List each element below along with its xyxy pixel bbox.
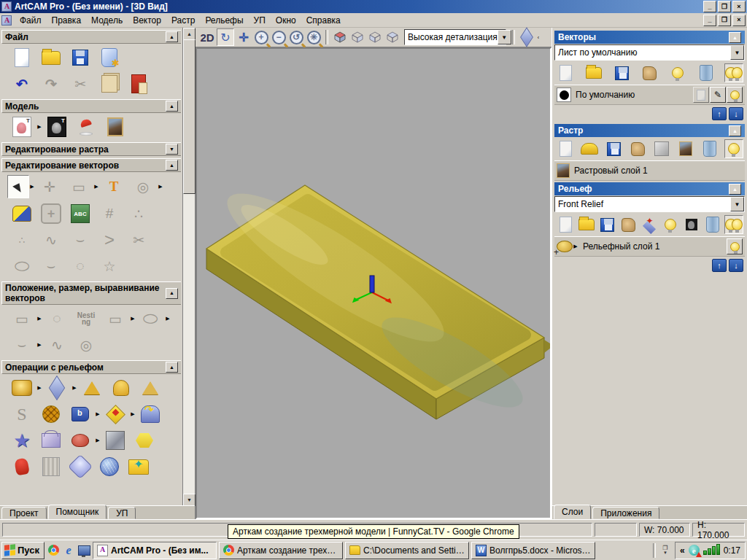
- spin-vectors-tool[interactable]: ◎: [75, 334, 97, 356]
- child-minimize-button[interactable]: _: [703, 15, 716, 26]
- task-artcam[interactable]: ArtCAM Pro - (Без им...: [93, 542, 217, 559]
- create-rectangle-tool[interactable]: ▭: [68, 176, 90, 198]
- collapse-icon[interactable]: ▲: [729, 32, 741, 43]
- texture-relief-tool[interactable]: ★: [11, 429, 33, 451]
- greyscale-preview-button[interactable]: [11, 116, 33, 138]
- new-model-button[interactable]: [11, 47, 33, 69]
- assistant-scrollbar[interactable]: ▲ ▼: [182, 28, 195, 506]
- weave-wizard-tool[interactable]: [40, 403, 62, 425]
- flyout-arrow-icon[interactable]: ▶: [165, 316, 171, 322]
- weld-vectors-tool[interactable]: ⬭: [139, 308, 161, 330]
- toolbar-overflow-icon[interactable]: ‹: [535, 35, 541, 40]
- pan-view-button[interactable]: ✛: [236, 29, 252, 45]
- measure-tool[interactable]: [11, 203, 33, 225]
- restore-button[interactable]: ❐: [718, 1, 731, 12]
- delete-raster-layer-button[interactable]: [700, 139, 719, 158]
- new-vector-layer-button[interactable]: [556, 63, 575, 82]
- wrap-relief-tool[interactable]: [139, 403, 161, 425]
- tray-network-icon[interactable]: [703, 545, 720, 555]
- relief-select[interactable]: Front Relief ▼: [554, 196, 745, 212]
- face-wizard-tool[interactable]: [69, 403, 91, 425]
- show-all-relief-button[interactable]: [724, 215, 743, 234]
- layer-visibility-button[interactable]: [727, 87, 743, 103]
- fade-relief-tool[interactable]: [40, 456, 62, 478]
- tab-applications[interactable]: Приложения: [592, 507, 659, 519]
- section-header-raster-edit[interactable]: Редактирование растра ▼: [1, 142, 181, 156]
- trim-vectors-tool[interactable]: ✂: [128, 229, 150, 251]
- quicklaunch-desktop-icon[interactable]: [77, 544, 90, 557]
- toggle-2d-view-button[interactable]: 2D: [199, 29, 215, 45]
- view-along-y-button[interactable]: [367, 29, 383, 45]
- vector-sheet-select[interactable]: Лист по умолчанию ▼: [554, 44, 745, 61]
- close-button[interactable]: ×: [732, 1, 746, 12]
- tab-project[interactable]: Проект: [1, 507, 47, 519]
- task-explorer[interactable]: C:\Documents and Settin...: [345, 542, 469, 559]
- section-header-file[interactable]: Файл ▲: [1, 30, 181, 44]
- offset-relief-tool[interactable]: [104, 403, 126, 425]
- menu-file[interactable]: Файл: [15, 14, 47, 27]
- tab-toolpaths[interactable]: УП: [108, 507, 136, 519]
- delete-relief-layer-button[interactable]: [703, 215, 722, 234]
- copy-button[interactable]: [98, 73, 120, 95]
- flyout-arrow-icon[interactable]: ▶: [130, 411, 136, 417]
- scroll-down-icon[interactable]: ▼: [183, 494, 196, 506]
- redo-button[interactable]: ↷: [40, 73, 62, 95]
- sweep-profile-tool[interactable]: S: [11, 403, 33, 425]
- child-restore-button[interactable]: ❐: [718, 15, 731, 26]
- text-block-tool[interactable]: ABC: [69, 203, 91, 225]
- nesting-tool[interactable]: Nesting: [75, 308, 97, 330]
- collapse-icon[interactable]: ▲: [166, 160, 178, 171]
- save-raster-layer-button[interactable]: [604, 139, 623, 158]
- tab-assistant[interactable]: Помощник: [48, 505, 107, 519]
- fillet-tool[interactable]: ⌣: [11, 334, 33, 356]
- scroll-up-icon[interactable]: ▲: [183, 28, 196, 40]
- arrowhead-tool[interactable]: >: [98, 229, 120, 251]
- flyout-arrow-icon[interactable]: ▶: [36, 342, 42, 348]
- task-chrome[interactable]: Арткам создание трехм...: [219, 542, 343, 559]
- greyscale-relief-button[interactable]: [682, 215, 701, 234]
- merge-raster-layers-button[interactable]: [628, 139, 647, 158]
- menu-reliefs[interactable]: Рельефы: [200, 14, 248, 27]
- language-indicator-icon[interactable]: ❐▼: [659, 543, 671, 558]
- flyout-arrow-icon[interactable]: ▶: [93, 184, 99, 190]
- task-word[interactable]: W Волгпрь5.docx - Microso...: [471, 542, 595, 559]
- dotted-path-tool[interactable]: ∴: [11, 229, 33, 251]
- raster-visibility-button[interactable]: [724, 139, 743, 158]
- menu-raster[interactable]: Растр: [166, 14, 200, 27]
- select-vectors-tool[interactable]: [7, 175, 29, 198]
- menu-toolpaths[interactable]: УП: [249, 14, 271, 27]
- view-along-z-button[interactable]: [384, 29, 400, 45]
- tab-layers[interactable]: Слои: [554, 505, 591, 519]
- lock-layer-button[interactable]: [693, 87, 709, 103]
- create-text-tool[interactable]: T: [103, 176, 125, 198]
- align-vectors-tool[interactable]: ▭: [11, 308, 33, 330]
- flyout-arrow-icon[interactable]: ▶: [158, 184, 163, 190]
- sculpt-tool[interactable]: [69, 429, 91, 451]
- flyout-arrow-icon[interactable]: ▶: [29, 184, 35, 190]
- options-button[interactable]: [98, 47, 120, 69]
- snap-layer-button[interactable]: ✎: [710, 87, 726, 103]
- invert-greyscale-button[interactable]: [46, 116, 68, 138]
- scrollbar-thumb[interactable]: [183, 39, 196, 194]
- open-vector-layer-button[interactable]: [584, 63, 603, 82]
- save-relief-layer-button[interactable]: [598, 215, 617, 234]
- wrap-text-tool[interactable]: ◎: [132, 176, 154, 198]
- emboss-tool[interactable]: [104, 429, 126, 451]
- merge-relief-layers-button[interactable]: [619, 215, 638, 234]
- texture-button[interactable]: [104, 116, 126, 138]
- save-model-button[interactable]: [69, 47, 91, 69]
- start-button[interactable]: Пуск: [1, 542, 44, 559]
- paste-button[interactable]: [128, 73, 150, 95]
- flyout-arrow-icon[interactable]: ▶: [36, 385, 42, 391]
- relief-visibility-button[interactable]: [661, 215, 680, 234]
- smooth-relief-tool[interactable]: [46, 377, 68, 399]
- spin-relief-tool[interactable]: [110, 377, 132, 399]
- child-close-button[interactable]: ×: [732, 15, 746, 26]
- turn-relief-tool[interactable]: [139, 377, 161, 399]
- transform-vectors-tool[interactable]: ✛: [39, 176, 61, 198]
- detail-level-select[interactable]: Высокая детализация ▼: [404, 29, 506, 45]
- collapse-icon[interactable]: ▲: [166, 101, 178, 112]
- vectorize-tool[interactable]: ☆: [98, 255, 120, 277]
- flyout-arrow-icon[interactable]: ▶: [95, 411, 101, 417]
- show-all-layers-button[interactable]: [724, 63, 743, 82]
